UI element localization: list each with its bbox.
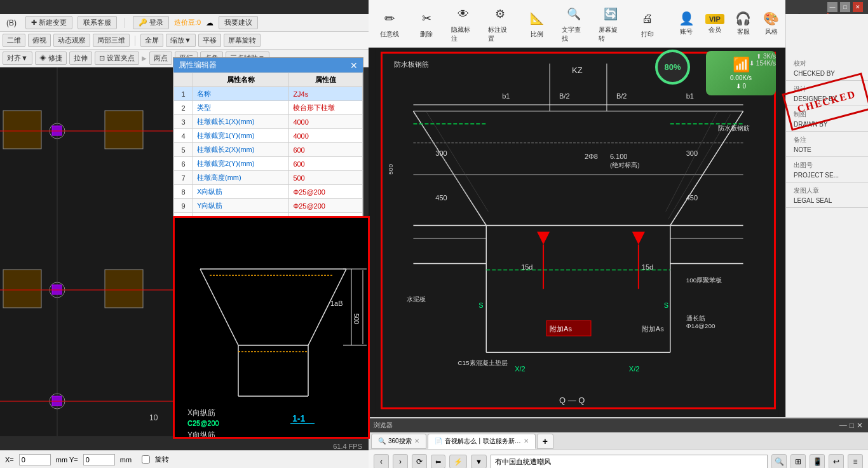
svg-text:水泥板: 水泥板 [407, 296, 426, 303]
undo-btn[interactable]: ↩ [829, 454, 844, 468]
prop-close-btn[interactable]: ✕ [350, 60, 358, 71]
grid-btn[interactable]: ⊞ [790, 454, 806, 468]
fps-counter: 61.4 FPS [333, 443, 362, 450]
login-icon: 🔑 [139, 18, 147, 27]
lightning-btn[interactable]: ⚡ [449, 455, 467, 468]
svg-text:1aB: 1aB [330, 299, 343, 307]
prop-attr-name: X向纵筋 [193, 185, 289, 199]
table-row[interactable]: 3 柱墩截长1(X)(mm) 4000 [174, 115, 363, 129]
toolbar-btn-anno-settings[interactable]: ⚙ 标注设置 [484, 1, 516, 46]
service-btn[interactable]: 🎧 客服 [731, 8, 756, 39]
share-btn[interactable]: ⬅ [431, 455, 445, 468]
modify-btn[interactable]: ◈ 修捷 [35, 52, 67, 65]
row-num: 7 [174, 171, 193, 185]
toolbar-fullscreen[interactable]: 全屏 [140, 34, 163, 47]
preview-svg: 500 1aB X向纵筋 C25@200 Y向纵筋 1-1 500 [175, 218, 370, 439]
toolbar-btn-hide-anno[interactable]: 👁 隐藏标注 [447, 1, 479, 46]
prop-attr-value[interactable]: ZJ4s [289, 87, 363, 101]
plus-icon: ✚ [31, 18, 37, 27]
table-row[interactable]: 9 Y向纵筋 Φ25@200 [174, 199, 363, 213]
search-nav-btn[interactable]: 🔍 [771, 454, 787, 468]
browser-bar: 浏览器 — □ ✕ 🔍 360搜索 ✕ 📄 音视解志么丨联达服务新下线 ✕ + … [369, 417, 868, 468]
browser-tab-new[interactable]: + [537, 434, 553, 449]
new-change-btn[interactable]: ✚ 新建变更 [25, 16, 72, 29]
delete-icon: ✂ [416, 8, 437, 29]
svg-text:S: S [478, 301, 483, 309]
toolbar-btn-text-find[interactable]: 🔍 文字查找 [558, 1, 590, 46]
browser-close[interactable]: ✕ [857, 421, 863, 430]
prop-attr-value[interactable]: 4000 [289, 115, 363, 129]
svg-text:C15素混凝土垫层: C15素混凝土垫层 [458, 359, 507, 366]
menu-b[interactable]: (B) [3, 17, 20, 29]
forward-btn[interactable]: › [393, 454, 408, 468]
toolbar-pan[interactable]: 平移 [198, 34, 221, 47]
tab-360-close[interactable]: ✕ [414, 437, 419, 444]
rotate-checkbox[interactable] [142, 455, 150, 464]
browser-nav: ‹ › ⟳ ⬅ ⚡ ▼ 🔍 ⊞ 📱 ↩ ≡ [369, 450, 868, 468]
svg-text:300: 300 [686, 149, 698, 157]
nav-dropdown[interactable]: ▼ [471, 455, 487, 468]
prop-attr-value[interactable]: 600 [289, 157, 363, 171]
url-bar[interactable] [491, 455, 768, 468]
table-row[interactable]: 5 柱墩截长2(X)(mm) 600 [174, 143, 363, 157]
account-btn[interactable]: 👤 账号 [674, 8, 699, 39]
close-btn[interactable]: ✕ [853, 2, 863, 12]
toolbar-zoom[interactable]: 缩放▼ [166, 34, 196, 47]
table-row[interactable]: 6 柱墩截宽2(Y)(mm) 600 [174, 157, 363, 171]
login-btn[interactable]: 🔑 登录 [133, 16, 169, 29]
prop-attr-value[interactable]: 600 [289, 143, 363, 157]
two-point-btn[interactable]: 两点 [149, 52, 172, 65]
prop-attr-value[interactable]: Φ25@200 [289, 185, 363, 199]
back-btn[interactable]: ‹ [374, 454, 389, 468]
speed-counter: ⬆ 3K/s ⬇ 154K/s [749, 50, 776, 67]
svg-text:300: 300 [435, 149, 447, 157]
restore-btn[interactable]: □ [840, 2, 850, 12]
set-grip-btn[interactable]: ⊡ 设置夹点 [95, 52, 139, 65]
svg-text:防水板钢筋: 防水板钢筋 [718, 125, 750, 132]
svg-text:500: 500 [367, 310, 370, 320]
toolbar-btn-rotate[interactable]: 🔄 屏幕旋转 [595, 1, 627, 46]
row-num: 1 [174, 87, 193, 101]
align-btn[interactable]: 对齐▼ [3, 52, 32, 65]
prop-attr-value[interactable]: Φ25@200 [289, 199, 363, 213]
prop-attr-value[interactable]: 4000 [289, 129, 363, 143]
toolbar-screen-rotate[interactable]: 屏幕旋转 [224, 34, 261, 47]
toolbar-btn-scale[interactable]: 📐 比例 [521, 6, 553, 41]
tab-liansu-close[interactable]: ✕ [524, 437, 529, 444]
toolbar-btn-line[interactable]: ✏ 任意线 [374, 6, 405, 41]
refresh-btn[interactable]: ⟳ [412, 454, 427, 468]
x-input[interactable] [19, 454, 51, 465]
browser-minimize[interactable]: — [839, 421, 847, 430]
style-btn[interactable]: 🎨 风格 [759, 8, 784, 39]
toolbar-top-view[interactable]: 俯视 [28, 34, 51, 47]
vip-btn[interactable]: VIP 会员 [702, 10, 728, 37]
toolbar-btn-print[interactable]: 🖨 打印 [632, 6, 663, 41]
table-row[interactable]: 7 柱墩高度(mm) 500 [174, 171, 363, 185]
toolbar-local-3d[interactable]: 局部三维 [93, 34, 130, 47]
prop-attr-value[interactable]: 棱台形下柱墩 [289, 101, 363, 115]
nav-menu-btn[interactable]: ≡ [848, 454, 863, 468]
table-row[interactable]: 4 柱墩截宽1(Y)(mm) 4000 [174, 129, 363, 143]
y-input[interactable] [83, 454, 115, 465]
cad-canvas-left[interactable]: 9 S R 10 7 [0, 67, 173, 436]
toolbar-dynamic-obs[interactable]: 动态观察 [53, 34, 90, 47]
browser-tab-liansu[interactable]: 📄 音视解志么丨联达服务新下线 ✕ [428, 434, 536, 449]
browser-tab-360[interactable]: 🔍 360搜索 ✕ [371, 434, 426, 449]
browser-restore[interactable]: □ [850, 421, 854, 430]
table-row[interactable]: 8 X向纵筋 Φ25@200 [174, 185, 363, 199]
stretch-btn[interactable]: 拉伸 [69, 52, 92, 65]
table-row[interactable]: 1 名称 ZJ4s [174, 87, 363, 101]
toolbar-btn-delete[interactable]: ✂ 删除 [410, 6, 442, 41]
contact-service-btn[interactable]: 联系客服 [78, 16, 117, 29]
prop-attr-value[interactable]: 500 [289, 171, 363, 185]
toolbar-2d[interactable]: 二维 [3, 34, 25, 47]
table-row[interactable]: 2 类型 棱台形下柱墩 [174, 101, 363, 115]
prop-attr-name: 柱墩截宽1(Y)(mm) [193, 129, 289, 143]
svg-text:X/2: X/2 [515, 365, 525, 373]
suggestion-btn[interactable]: 我要建议 [219, 16, 258, 29]
mobile-btn[interactable]: 📱 [810, 454, 825, 468]
menu-bar: (B) ✚ 新建变更 联系客服 🔑 登录 造价豆:0 ☁ 我要建议 [0, 14, 369, 32]
svg-text:1-1: 1-1 [292, 413, 305, 423]
preview-panel[interactable]: 500 1aB X向纵筋 C25@200 Y向纵筋 1-1 500 C25@20… [173, 216, 370, 439]
cad-canvas-right[interactable]: 防水板钢筋 KZ b1 b1 B/2 B/2 [369, 48, 785, 417]
